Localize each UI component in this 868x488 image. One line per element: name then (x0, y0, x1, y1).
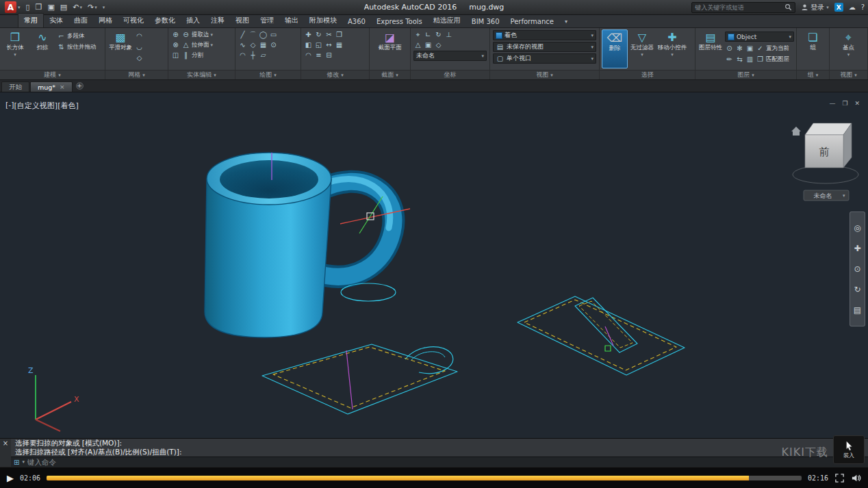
sweep-path-ellipse[interactable] (341, 283, 396, 301)
sweep-button[interactable]: ∿ 扫掠 (29, 29, 55, 68)
panel-view-right-label[interactable]: 视图▾ (830, 70, 867, 79)
fullscreen-icon[interactable] (834, 473, 845, 483)
viewcube-home-icon[interactable] (791, 127, 801, 136)
flattened-path-sketch[interactable] (518, 296, 685, 375)
extrude-faces-button[interactable]: 拉伸面▾ (192, 41, 213, 49)
restore-drawing-icon[interactable]: ❐ (842, 100, 847, 107)
drawing-canvas[interactable]: Z X 前 未命名 ▾ (0, 92, 868, 438)
union-icon[interactable]: ⊕ (171, 30, 180, 39)
layer-state-icon[interactable]: ▥ (745, 55, 754, 64)
undo-icon[interactable]: ↶▾ (71, 3, 84, 12)
extract-edges-button[interactable]: 提取边▾ (192, 31, 213, 39)
file-tab-start[interactable]: 开始 (1, 81, 29, 92)
panel-modify-label[interactable]: 修改▾ (301, 70, 369, 79)
presspull-button[interactable]: ⇅按住并拖动 (57, 42, 97, 51)
save-icon[interactable]: ▣ (46, 3, 55, 12)
ribbon-tab-manage[interactable]: 管理 (255, 14, 279, 27)
file-tab-mug[interactable]: mug*× (30, 81, 73, 92)
panel-modeling-label[interactable]: 建模▾ (0, 70, 105, 79)
ribbon-tab-add-ins[interactable]: 附加模块 (304, 14, 342, 27)
viewport-menu-control[interactable]: [-] (5, 101, 14, 111)
ucs-z-axis-icon[interactable]: △ (413, 40, 422, 49)
ucs-world-icon[interactable]: ⌖ (413, 30, 422, 39)
copy-icon[interactable]: ❐ (335, 30, 344, 39)
circle-icon[interactable]: ◯ (259, 30, 268, 39)
ucs-object-icon[interactable]: ◇ (434, 40, 443, 49)
qat-customize-icon[interactable]: ▾ (101, 5, 107, 10)
move-icon[interactable]: ✚ (304, 30, 313, 39)
match-layer-button[interactable]: ❐匹配图层 (756, 55, 789, 64)
ucs-icon[interactable]: Z X (28, 366, 79, 431)
visual-style-dropdown[interactable]: 着色▾ (493, 30, 596, 40)
ribbon-tab-solid[interactable]: 实体 (44, 14, 68, 27)
customize-icon[interactable]: ⊞ (14, 459, 19, 466)
smooth-object-button[interactable]: ▩ 平滑对象 (107, 29, 133, 68)
flattened-profile-sketch[interactable] (262, 344, 457, 414)
navigation-wheel-icon[interactable]: ◎ (854, 223, 860, 233)
minimize-drawing-icon[interactable]: — (829, 100, 835, 107)
layer-dropdown[interactable]: Object▾ (725, 31, 794, 42)
named-view-dropdown[interactable]: ▤ 未保存的视图▾ (493, 42, 596, 52)
close-drawing-icon[interactable]: ✕ (854, 100, 860, 107)
mirror-icon[interactable]: ◧ (304, 40, 313, 49)
ribbon-display-toggle-icon[interactable]: ▾ (565, 18, 567, 25)
layer-properties-button[interactable]: ▤ 图层特性 (698, 29, 724, 68)
commandline-close-button[interactable]: × (3, 439, 8, 448)
intersect-icon[interactable]: ⊗ (171, 40, 180, 49)
viewport[interactable]: Z X 前 未命名 ▾ [-] [自定义视图] [着色] (0, 92, 868, 438)
trim-icon[interactable]: ✂ (324, 30, 333, 39)
ribbon-tab-performance[interactable]: Performance (505, 16, 559, 27)
rectangle-icon[interactable]: ▭ (269, 30, 278, 39)
search-input[interactable] (695, 4, 782, 11)
layer-freeze-icon[interactable]: ✻ (735, 44, 744, 53)
group-button[interactable]: ❏ 组 (800, 29, 826, 68)
box-button[interactable]: ❒ 长方体 ▾ (2, 29, 28, 68)
panel-draw-label[interactable]: 绘图▾ (235, 70, 301, 79)
array-icon[interactable]: ▦ (335, 40, 344, 49)
play-button[interactable]: ▶ (7, 473, 14, 483)
extrude-faces-icon[interactable]: △ (181, 40, 190, 49)
construction-line-icon[interactable]: ┼ (248, 51, 257, 60)
open-file-icon[interactable]: ❒ (34, 3, 44, 12)
panel-selection-label[interactable]: 选择 (600, 70, 695, 79)
ribbon-tab-bim-360[interactable]: BIM 360 (466, 16, 505, 27)
orbit-icon[interactable]: ↻ (854, 285, 860, 294)
section-plane-button[interactable]: ◪ 截面平面 (377, 29, 403, 68)
panel-mesh-label[interactable]: 网格▾ (105, 70, 168, 79)
smooth-less-icon[interactable]: ◡ (135, 42, 144, 51)
set-current-button[interactable]: ✓置为当前 (756, 44, 789, 53)
application-menu-button[interactable]: A ▾ (3, 1, 22, 13)
mug-3d-model[interactable] (205, 153, 394, 337)
ucs-icon[interactable]: ∟ (424, 30, 433, 39)
showmotion-icon[interactable]: ▤ (854, 305, 861, 315)
ribbon-tab-express-tools[interactable]: Express Tools (371, 16, 428, 27)
revision-cloud-icon[interactable]: ◠ (238, 51, 247, 60)
point-icon[interactable]: ⊙ (269, 40, 278, 49)
base-button[interactable]: ⌖ 基点 ▾ (836, 29, 862, 68)
new-file-icon[interactable]: ▯ (25, 3, 31, 12)
slice-icon[interactable]: ◫ (171, 51, 180, 60)
ribbon-tab-parametric[interactable]: 参数化 (149, 14, 181, 27)
panel-coordinates-label[interactable]: 坐标 (411, 70, 489, 79)
erase-button[interactable]: ⌫ 删除 (602, 29, 628, 68)
ribbon-tab-output[interactable]: 输出 (279, 14, 304, 27)
hatch-icon[interactable]: ▦ (259, 40, 268, 49)
command-input-row[interactable]: ⊞ ▾ (11, 457, 868, 467)
move-gizmo-dropdown[interactable]: ✚ 移动小控件 ▾ (656, 29, 688, 68)
ribbon-tab-featured-apps[interactable]: 精选应用 (428, 14, 466, 27)
ribbon-tab-insert[interactable]: 插入 (181, 14, 205, 27)
volume-icon[interactable] (851, 473, 861, 483)
offset-icon[interactable]: ≡ (314, 51, 323, 60)
line-icon[interactable]: ╱ (238, 30, 247, 39)
ribbon-tab-annotate[interactable]: 注释 (205, 14, 230, 27)
search-box[interactable] (691, 2, 795, 13)
a360-icon[interactable]: ☁ (849, 3, 856, 11)
ribbon-tab-view[interactable]: 视图 (230, 14, 255, 27)
region-icon[interactable]: ▱ (259, 51, 268, 60)
view-control[interactable]: [自定义视图] (14, 101, 58, 111)
ribbon-tab-visualize[interactable]: 可视化 (118, 14, 149, 27)
polygon-icon[interactable]: ◇ (248, 40, 257, 49)
layer-walk-icon[interactable]: ⇆ (735, 55, 744, 64)
refine-mesh-icon[interactable]: ◇ (135, 53, 144, 62)
ucs-name-combo[interactable]: 未命名▾ (413, 51, 487, 61)
